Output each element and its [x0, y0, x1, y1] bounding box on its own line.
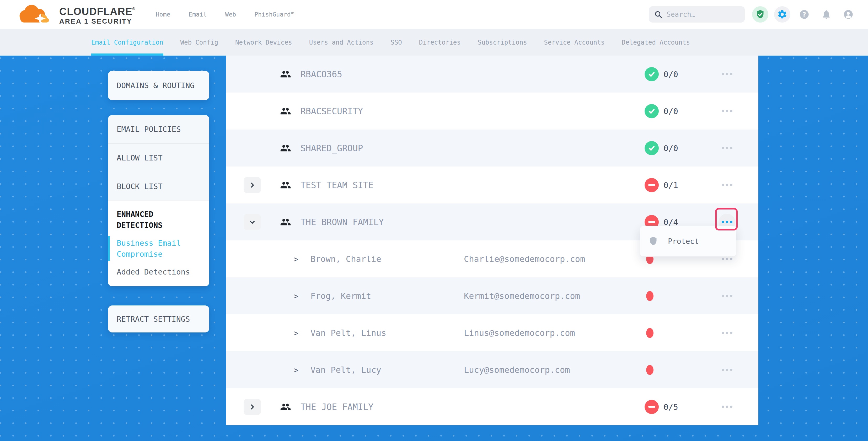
settings-icon[interactable]: [774, 6, 790, 23]
nav-home[interactable]: Home: [156, 11, 170, 18]
protected-count: 0/0: [663, 144, 678, 153]
group-icon: [280, 217, 291, 228]
security-status-icon[interactable]: [752, 6, 768, 23]
primary-nav: Home Email Web PhishGuard™: [156, 11, 294, 18]
search-input[interactable]: [666, 10, 740, 18]
row-name: Brown, Charlie: [310, 254, 381, 264]
chevron-icon: [249, 404, 256, 410]
row-menu-button[interactable]: [718, 140, 735, 157]
group-icon: [280, 401, 291, 412]
search-icon: [654, 10, 662, 19]
row-name: THE BROWN FAMILY: [301, 217, 384, 227]
status-dot: [646, 291, 653, 301]
help-icon[interactable]: ?: [796, 6, 812, 23]
nav-email[interactable]: Email: [189, 11, 207, 18]
sidebar-item-business-email-compromise[interactable]: Business Email Compromise: [117, 238, 195, 259]
shield-icon: [648, 235, 658, 247]
group-icon: [280, 69, 291, 80]
member-expand-arrow[interactable]: >: [294, 291, 299, 301]
notifications-icon[interactable]: [818, 6, 834, 23]
top-header: CLOUDFLARE® AREA 1 SECURITY Home Email W…: [0, 0, 868, 29]
row-name: Van Pelt, Lucy: [310, 365, 381, 375]
expand-toggle-button[interactable]: [244, 214, 261, 230]
row-menu-button[interactable]: [718, 288, 735, 305]
row-menu-button[interactable]: [718, 103, 735, 120]
row-name: THE JOE FAMILY: [301, 402, 373, 412]
expand-toggle-button[interactable]: [244, 177, 261, 193]
member-email: Lucy@somedemocorp.com: [464, 365, 570, 375]
table-row: RBACSECURITY 0/0: [226, 93, 758, 129]
row-menu-button[interactable]: [718, 361, 735, 378]
row-menu-button[interactable]: [718, 399, 735, 415]
row-menu-button[interactable]: [718, 324, 735, 341]
tab-network-devices[interactable]: Network Devices: [235, 29, 292, 56]
member-expand-arrow[interactable]: >: [294, 328, 299, 338]
table-row: RBACO365 0/0: [226, 56, 758, 93]
protect-label: Protect: [668, 237, 699, 246]
sidebar-label: DOMAINS & ROUTING: [117, 81, 194, 90]
app-root: CLOUDFLARE® AREA 1 SECURITY Home Email W…: [0, 0, 868, 441]
tab-users-and-actions[interactable]: Users and Actions: [309, 29, 374, 56]
status-badge: [645, 104, 659, 118]
member-email: Linus@somedemocorp.com: [464, 328, 575, 338]
row-menu-button[interactable]: [718, 66, 735, 83]
tab-service-accounts[interactable]: Service Accounts: [544, 29, 605, 56]
brand-wordmark: CLOUDFLARE®: [59, 4, 135, 17]
minus-icon: [648, 184, 655, 186]
status-dot: [646, 328, 653, 338]
expand-toggle-button[interactable]: [244, 399, 261, 415]
row-name: Van Pelt, Linus: [310, 328, 386, 338]
table-row: TEST TEAM SITE 0/1: [226, 166, 758, 203]
status-badge: [645, 67, 659, 81]
status-badge: [645, 141, 659, 155]
status-badge: [645, 400, 659, 414]
tab-delegated-accounts[interactable]: Delegated Accounts: [622, 29, 690, 56]
status-dot: [646, 365, 653, 375]
search-box[interactable]: [649, 6, 745, 23]
group-icon: [280, 106, 291, 117]
protected-count: 0/1: [663, 180, 678, 190]
cloudflare-logo: CLOUDFLARE® AREA 1 SECURITY: [13, 3, 135, 25]
check-icon: [648, 107, 656, 115]
sidebar-label: RETRACT SETTINGS: [117, 315, 190, 323]
secondary-nav: Email Configuration Web Config Network D…: [0, 29, 868, 56]
sidebar-item-email-policies[interactable]: EMAIL POLICIES: [108, 115, 209, 144]
protected-count: 0/0: [663, 106, 678, 116]
row-menu-button[interactable]: [718, 177, 735, 193]
sidebar-item-domains-routing[interactable]: DOMAINS & ROUTING: [108, 71, 209, 100]
row-name: TEST TEAM SITE: [301, 180, 373, 190]
tab-subscriptions[interactable]: Subscriptions: [478, 29, 527, 56]
table-row: > Van Pelt, Linus Linus@somedemocorp.com: [226, 314, 758, 351]
member-email: Charlie@somedemocorp.com: [464, 254, 585, 264]
tab-sso[interactable]: SSO: [391, 29, 402, 56]
protect-menu-item[interactable]: Protect: [640, 226, 736, 256]
brand-subtitle: AREA 1 SECURITY: [59, 17, 135, 25]
table-row: > Van Pelt, Lucy Lucy@somedemocorp.com: [226, 351, 758, 388]
member-expand-arrow[interactable]: >: [294, 254, 299, 263]
group-icon: [280, 180, 291, 191]
tab-directories[interactable]: Directories: [419, 29, 461, 56]
protected-count: 0/5: [663, 402, 678, 412]
nav-phishguard[interactable]: PhishGuard™: [254, 11, 294, 18]
sidebar-item-retract-settings[interactable]: RETRACT SETTINGS: [108, 306, 209, 333]
minus-icon: [648, 221, 655, 223]
status-badge: [645, 178, 659, 192]
sidebar-item-block-list[interactable]: BLOCK LIST: [108, 172, 209, 201]
member-expand-arrow[interactable]: >: [294, 365, 299, 374]
tab-email-configuration[interactable]: Email Configuration: [91, 29, 163, 56]
check-icon: [648, 144, 656, 152]
nav-web[interactable]: Web: [225, 11, 236, 18]
chevron-icon: [249, 182, 256, 189]
table-row: > Frog, Kermit Kermit@somedemocorp.com: [226, 277, 758, 314]
check-icon: [648, 70, 656, 78]
page-background: DOMAINS & ROUTING EMAIL POLICIES ALLOW L…: [0, 56, 868, 441]
sidebar-item-allow-list[interactable]: ALLOW LIST: [108, 144, 209, 172]
sidebar-item-added-detections[interactable]: Added Detections: [117, 266, 195, 277]
protected-count: 0/4: [663, 217, 678, 227]
tab-web-config[interactable]: Web Config: [180, 29, 218, 56]
row-name: Frog, Kermit: [310, 291, 371, 301]
chevron-icon: [249, 219, 256, 225]
row-name: SHARED_GROUP: [301, 143, 363, 153]
member-email: Kermit@somedemocorp.com: [464, 291, 580, 301]
account-icon[interactable]: [840, 6, 857, 23]
